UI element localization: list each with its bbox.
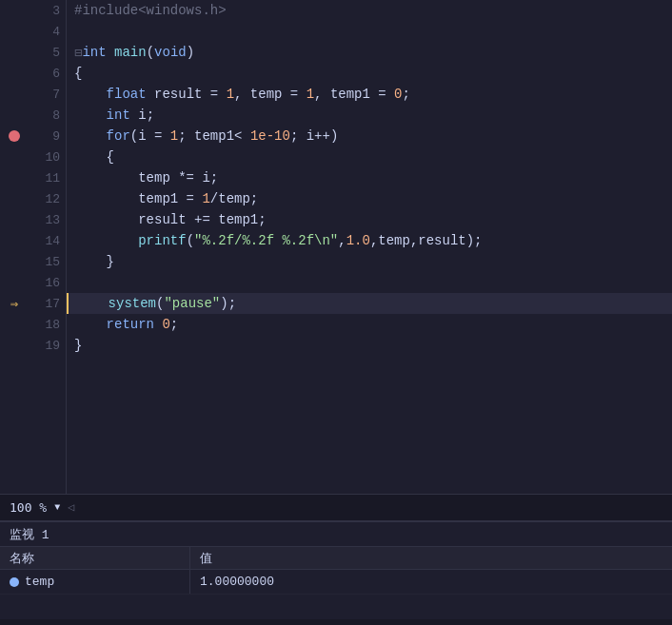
code-line-16: [67, 272, 672, 293]
line-num-13: 13: [29, 209, 66, 230]
gutter-row-14: [0, 230, 29, 251]
fold-icon[interactable]: ⊟: [74, 45, 82, 61]
gutter-row-9[interactable]: [0, 126, 29, 146]
code-line-12: temp1 = 1 /temp;: [67, 188, 672, 209]
gutter-row-19: [0, 335, 29, 356]
watch-row-temp[interactable]: temp 1.00000000: [0, 570, 672, 595]
code-line-7: float result = 1 , temp = 1 , temp1 = 0 …: [67, 84, 672, 105]
code-line-14: printf ( "%.2f/%.2f %.2f\n" , 1.0 ,temp,…: [67, 230, 672, 251]
code-line-4: [67, 21, 672, 42]
code-line-18: return 0 ;: [67, 314, 672, 335]
watch-table-header: 名称 值: [0, 547, 672, 570]
code-lines: #include<windows.h> ⊟ int main ( void ) …: [67, 0, 672, 494]
gutter-row-17: ⇒: [0, 293, 29, 314]
watch-header-value: 值: [190, 547, 672, 569]
line-num-5: 5: [29, 42, 66, 63]
line-num-10: 10: [29, 146, 66, 167]
watch-panel: 监视 1 名称 值 temp 1.00000000: [0, 520, 672, 625]
gutter-row-7: [0, 84, 29, 105]
watch-var-icon: [10, 577, 19, 587]
line-num-7: 7: [29, 84, 66, 105]
gutter-row-4: [0, 21, 29, 42]
line-num-16: 16: [29, 272, 66, 293]
watch-cell-name-temp: temp: [0, 570, 190, 594]
line-num-12: 12: [29, 188, 66, 209]
code-line-19: }: [67, 335, 672, 356]
code-container: ⇒ 3 4 5 6 7 8 9 10 11 12 13 14 15 16 17 …: [0, 0, 672, 494]
code-line-5: ⊟ int main ( void ): [67, 42, 672, 63]
gutter: ⇒: [0, 0, 29, 494]
watch-empty-row: [0, 595, 672, 619]
line-num-17: 17: [29, 293, 66, 314]
current-line-arrow: ⇒: [10, 296, 18, 312]
line-num-18: 18: [29, 314, 66, 335]
gutter-row-13: [0, 209, 29, 230]
line-num-14: 14: [29, 230, 66, 251]
line-num-4: 4: [29, 21, 66, 42]
line-num-3: 3: [29, 0, 66, 21]
code-line-10: {: [67, 146, 672, 167]
gutter-row-12: [0, 188, 29, 209]
gutter-row-8: [0, 105, 29, 126]
zoom-dropdown-icon[interactable]: ▼: [54, 502, 60, 513]
watch-cell-value-temp: 1.00000000: [190, 570, 672, 594]
line-num-6: 6: [29, 63, 66, 84]
gutter-row-3: [0, 0, 29, 21]
scroll-left-icon[interactable]: ◁: [68, 500, 74, 515]
status-bar: 100 % ▼ ◁: [0, 494, 672, 520]
gutter-row-6: [0, 63, 29, 84]
gutter-row-11: [0, 167, 29, 188]
breakpoint-indicator: [9, 130, 20, 142]
code-line-9: for (i = 1 ; temp1< 1e-10 ; i++): [67, 126, 672, 146]
code-line-13: result += temp1;: [67, 209, 672, 230]
watch-table: 名称 值 temp 1.00000000: [0, 547, 672, 625]
gutter-row-18: [0, 314, 29, 335]
line-num-9: 9: [29, 126, 66, 146]
gutter-row-16: [0, 272, 29, 293]
watch-panel-title: 监视 1: [0, 522, 672, 547]
code-line-3: #include<windows.h>: [67, 0, 672, 21]
gutter-row-10: [0, 146, 29, 167]
line-num-8: 8: [29, 105, 66, 126]
line-num-15: 15: [29, 251, 66, 272]
code-line-8: int i;: [67, 105, 672, 126]
code-line-17: system ( "pause" );: [67, 293, 672, 314]
gutter-row-5: [0, 42, 29, 63]
editor-area: ⇒ 3 4 5 6 7 8 9 10 11 12 13 14 15 16 17 …: [0, 0, 672, 494]
code-line-6: {: [67, 63, 672, 84]
line-num-11: 11: [29, 167, 66, 188]
code-line-11: temp *= i;: [67, 167, 672, 188]
watch-header-name: 名称: [0, 547, 190, 569]
zoom-level: 100 %: [10, 500, 47, 515]
code-line-15: }: [67, 251, 672, 272]
line-numbers: 3 4 5 6 7 8 9 10 11 12 13 14 15 16 17 18…: [29, 0, 67, 494]
line-num-19: 19: [29, 335, 66, 356]
gutter-row-15: [0, 251, 29, 272]
